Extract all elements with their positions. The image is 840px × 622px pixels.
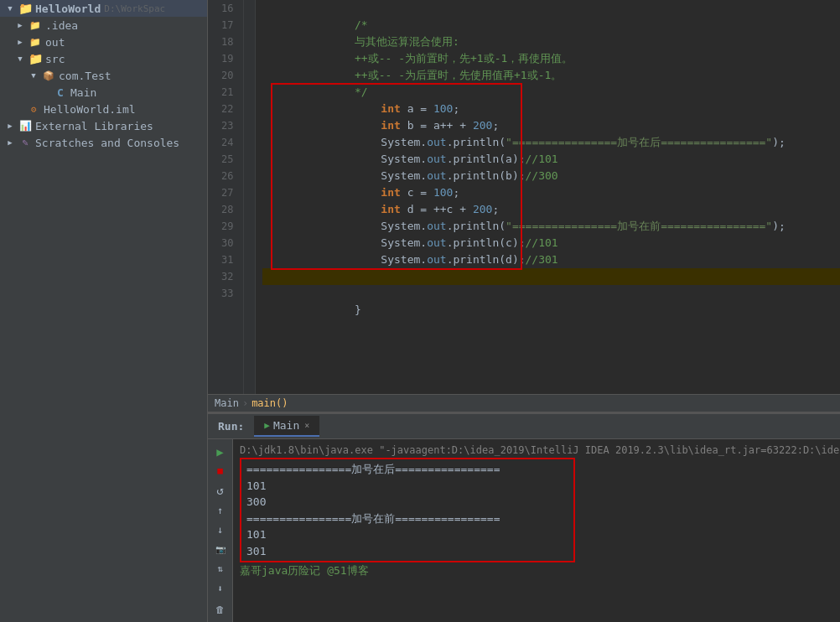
gutter [208,0,215,394]
sidebar-item-iml[interactable]: ⚙ HelloWorld.iml [0,101,207,117]
fold-23 [244,117,255,134]
line-num-28: 28 [221,201,236,218]
code-editor[interactable]: 16 17 18 19 20 21 22 23 24 25 26 27 28 2… [208,0,840,394]
breadcrumb: Main › main() [208,394,840,412]
line-num-23: 23 [221,117,236,134]
scratches-label: Scratches and Consoles [35,137,179,149]
fold-31 [244,251,255,268]
run-tabs-bar: Run: ▶ Main × [208,414,840,439]
run-tab-icon: ▶ [264,420,270,431]
run-tab-close-icon[interactable]: × [304,421,309,430]
sidebar-item-comtest[interactable]: ▼ 📦 com.Test [0,67,207,84]
line-numbers: 16 17 18 19 20 21 22 23 24 25 26 27 28 2… [215,0,244,394]
code-line-23: System.out.println("================加号在后… [262,117,840,134]
code-line-22: int b = a++ + 200; [262,101,840,117]
expand-arrow-src-icon: ▼ [13,52,27,65]
sidebar: ▼ 📁 HelloWorld D:\WorkSpac ▶ 📁 .idea ▶ 📁… [0,0,208,622]
folder-out-icon: 📁 [29,35,42,49]
run-cmd-line: D:\jdk1.8\bin\java.exe "-javaagent:D:\id… [240,443,833,458]
code-line-26: int c = 100; [262,168,840,184]
code-line-29: System.out.println(c);//101 [262,218,840,235]
run-scroll-down-button[interactable]: ↓ [211,521,230,538]
run-label: Run: [208,417,254,436]
run-arrow-button[interactable]: ⬇ [211,579,230,597]
run-output-box: ================加号在后================ 101… [240,458,575,562]
line-num-18: 18 [221,34,236,50]
comtest-label: com.Test [59,70,111,82]
run-rerun-button[interactable]: ↺ [211,482,230,500]
run-stop-button[interactable]: ■ [211,462,230,479]
line-num-27: 27 [221,184,236,201]
fold-29 [244,218,255,235]
iml-file-icon: ⚙ [27,102,40,116]
code-line-31: System.out.println(name); [262,251,840,268]
run-output-signature: 嘉哥java历险记 @51博客 [240,562,833,579]
code-line-16: /* [262,0,840,17]
run-output-line-1: 101 [246,478,568,495]
run-output-line-2: 300 [246,494,568,511]
fold-32 [244,268,255,285]
run-output-line-4: 101 [246,526,568,543]
breadcrumb-sep1: › [242,397,248,409]
sidebar-item-scratches[interactable]: ▶ ✎ Scratches and Consoles [0,134,207,151]
run-scroll-up-button[interactable]: ↑ [211,501,230,519]
expand-arrow-comtest-icon: ▼ [27,69,40,82]
fold-33 [244,285,255,302]
sidebar-item-extlib[interactable]: ▶ 📊 External Libraries [0,117,207,134]
expand-arrow-out-icon: ▶ [13,35,27,49]
sidebar-item-out[interactable]: ▶ 📁 out [0,34,207,50]
fold-25 [244,151,255,168]
project-path-label: D:\WorkSpac [104,3,165,14]
run-screenshot-button[interactable]: 📷 [211,541,230,558]
sidebar-item-main[interactable]: C Main [0,84,207,101]
package-icon: 📦 [42,69,55,82]
sidebar-item-src[interactable]: ▼ 📁 src [0,50,207,67]
java-file-icon: C [54,86,67,99]
fold-21 [244,84,255,101]
run-content: ▶ ■ ↺ ↑ ↓ 📷 ⇅ ⬇ 🗑 D:\jdk1.8\bin\java.exe… [208,439,840,622]
sidebar-item-idea[interactable]: ▶ 📁 .idea [0,17,207,34]
run-output-line-3: ================加号在前================ [246,511,568,527]
fold-26 [244,168,255,184]
line-num-20: 20 [221,67,236,84]
code-line-24: System.out.println(a);//101 [262,134,840,151]
code-line-28: System.out.println("================加号在前… [262,201,840,218]
folder-idea-icon: 📁 [29,18,42,32]
line-num-31: 31 [221,251,236,268]
fold-24 [244,134,255,151]
code-line-32 [262,268,840,285]
run-output: D:\jdk1.8\bin\java.exe "-javaagent:D:\id… [233,439,840,622]
out-label: out [45,36,65,49]
run-sort-button[interactable]: ⇅ [211,560,230,578]
code-line-27: int d = ++c + 200; [262,184,840,201]
run-trash-button[interactable]: 🗑 [211,601,230,619]
code-content[interactable]: /* 与其他运算混合使用: ++或-- -为前置时，先+1或-1，再使用值。 +… [256,0,840,394]
fold-19 [244,50,255,67]
fold-30 [244,235,255,251]
line-num-16: 16 [221,0,236,17]
code-line-25: System.out.println(b);//300 [262,151,840,168]
main-label: Main [70,86,96,99]
code-line-19: ++或-- -为后置时，先使用值再+1或-1。 [262,50,840,67]
fold-gutter [244,0,256,394]
breadcrumb-file: Main [215,397,239,409]
code-33-brace: } [329,303,361,316]
expand-arrow-icon: ▼ [3,2,17,15]
run-tab-main[interactable]: ▶ Main × [254,416,319,437]
run-panel: Run: ▶ Main × ▶ ■ ↺ ↑ ↓ 📷 ⇅ ⬇ 🗑 [208,412,840,622]
expand-arrow-scratches-icon: ▶ [3,136,17,149]
fold-28 [244,201,255,218]
fold-16[interactable] [244,0,255,17]
extlib-label: External Libraries [35,120,153,132]
run-play-button[interactable]: ▶ [211,443,230,460]
spacer-icon [40,86,50,99]
folder-src-icon: 📁 [29,52,42,65]
folder-open-icon: 📁 [18,2,32,15]
idea-label: .idea [45,19,78,32]
line-num-33: 33 [221,285,236,302]
expand-arrow-idea-icon: ▶ [13,18,27,32]
code-line-30: System.out.println(d);//301 [262,235,840,251]
code-line-20: */ [262,67,840,84]
code-line-18: ++或-- -为前置时，先+1或-1，再使用值。 [262,34,840,50]
sidebar-item-project-root[interactable]: ▼ 📁 HelloWorld D:\WorkSpac [0,0,207,17]
